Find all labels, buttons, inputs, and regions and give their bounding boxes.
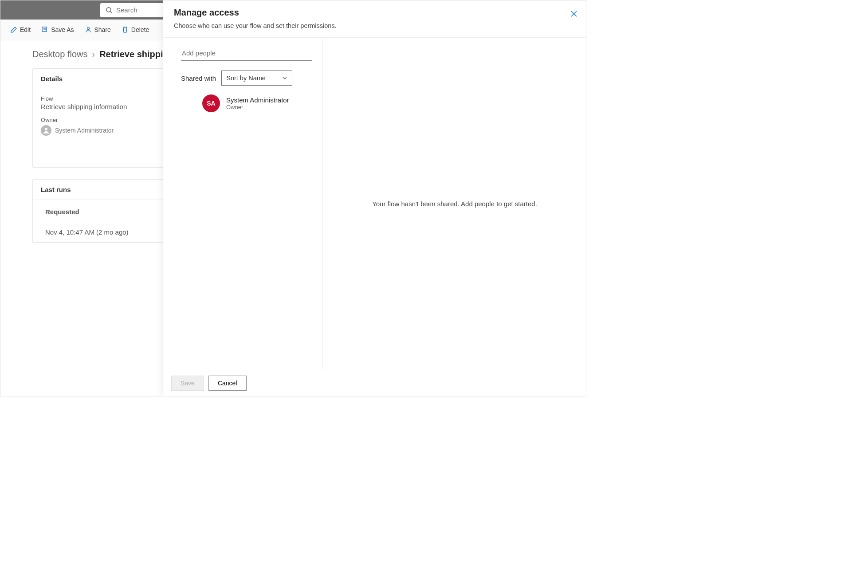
- share-icon: [85, 26, 92, 33]
- manage-access-panel: Manage access Choose who can use your fl…: [163, 0, 586, 396]
- delete-button[interactable]: Delete: [117, 24, 153, 36]
- add-people-input[interactable]: [181, 46, 312, 61]
- close-button[interactable]: [570, 10, 577, 19]
- panel-subtitle: Choose who can use your flow and set the…: [174, 22, 576, 29]
- person-name: System Administrator: [226, 96, 289, 104]
- chevron-down-icon: [282, 75, 287, 81]
- avatar: SA: [202, 94, 220, 112]
- person-icon: [41, 125, 51, 136]
- empty-state-text: Your flow hasn't been shared. Add people…: [372, 200, 537, 208]
- edit-button[interactable]: Edit: [6, 24, 35, 36]
- save-button: Save: [171, 376, 204, 391]
- shared-person-row[interactable]: SA System Administrator Owner: [181, 94, 312, 112]
- close-icon: [570, 10, 577, 17]
- svg-line-1: [110, 12, 112, 13]
- search-icon: [106, 7, 113, 14]
- save-as-button[interactable]: Save As: [37, 24, 78, 36]
- svg-point-0: [106, 8, 111, 12]
- svg-point-3: [87, 27, 89, 30]
- save-as-label: Save As: [51, 26, 74, 33]
- panel-header: Manage access Choose who can use your fl…: [163, 0, 586, 38]
- panel-footer: Save Cancel: [163, 370, 586, 396]
- pencil-icon: [10, 26, 17, 33]
- share-label: Share: [94, 26, 111, 33]
- cancel-button[interactable]: Cancel: [208, 376, 247, 391]
- chevron-right-icon: ›: [92, 49, 95, 59]
- svg-point-4: [45, 128, 47, 130]
- save-as-icon: [41, 26, 48, 33]
- breadcrumb-parent[interactable]: Desktop flows: [32, 49, 88, 59]
- panel-title: Manage access: [174, 8, 576, 18]
- delete-label: Delete: [131, 26, 149, 33]
- owner-name: System Administrator: [55, 127, 114, 134]
- shared-with-label: Shared with: [181, 74, 216, 82]
- sort-by-select[interactable]: Sort by Name: [221, 71, 292, 86]
- share-button[interactable]: Share: [80, 24, 115, 36]
- panel-right: Your flow hasn't been shared. Add people…: [323, 38, 586, 370]
- person-role: Owner: [226, 104, 289, 110]
- svg-rect-2: [42, 27, 47, 31]
- edit-label: Edit: [20, 26, 31, 33]
- trash-icon: [122, 26, 129, 33]
- sort-value: Sort by Name: [226, 74, 266, 82]
- panel-left: Shared with Sort by Name SA System Admin…: [163, 38, 323, 370]
